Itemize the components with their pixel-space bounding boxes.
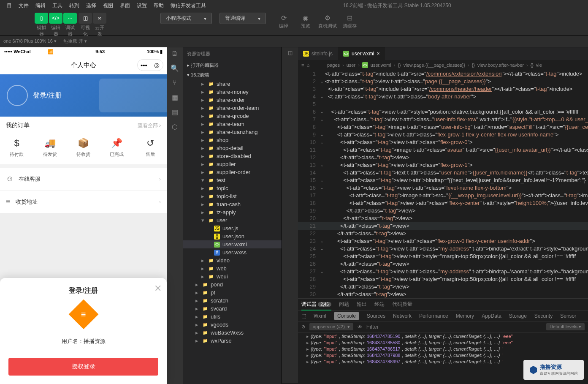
user-hero[interactable]: 登录/注册 [0, 74, 167, 117]
menu-item[interactable]: 转到 [66, 2, 83, 9]
menu-item[interactable]: 文件 [15, 2, 32, 9]
tree-item-tz-apply[interactable]: ▸📁tz-apply [183, 208, 282, 216]
git-icon[interactable]: ⑂ [173, 79, 177, 87]
row-address[interactable]: ≡ 收货地址› [0, 191, 167, 213]
tab-sources[interactable]: Sources [367, 313, 385, 319]
tree-item-topic-list[interactable]: ▸📁topic-list [183, 192, 282, 200]
debugger-toggle[interactable]: ⋯ [63, 13, 77, 24]
compile-select[interactable]: 普通编译▾ [219, 13, 266, 24]
menu-item[interactable]: 目 [3, 2, 15, 9]
tree-item-wuBaseWxss[interactable]: ▸📁wuBaseWxss [183, 329, 282, 337]
tree-item-share-money[interactable]: ▸📁share-money [183, 88, 282, 96]
more-icon[interactable]: ▤ [172, 108, 178, 116]
inspect-icon[interactable]: ⬚ [301, 313, 306, 319]
menu-item[interactable]: 界面 [117, 2, 133, 9]
editor-toggle[interactable]: </> [49, 13, 62, 24]
login-link[interactable]: 登录/注册 [33, 91, 62, 100]
tab-memory[interactable]: Memory [456, 313, 474, 319]
open-editors-section[interactable]: ▸ 打开的编辑器 [183, 60, 282, 70]
tree-item-weui[interactable]: ▸📁weui [183, 272, 282, 281]
breadcrumb[interactable]: ≡⌂ pages› user› <>user.wxml› {}view.page… [298, 60, 588, 70]
tree-item-web[interactable]: ▸📁web [183, 264, 282, 272]
more2-icon[interactable]: ⬡ [172, 123, 178, 131]
compile-button[interactable]: ⟳编译 [274, 13, 294, 29]
capsule-close-icon[interactable]: ◎ [150, 60, 163, 71]
tab-security[interactable]: Security [534, 313, 553, 319]
eye-icon[interactable]: 👁 [358, 324, 362, 330]
tree-item-user.wxml[interactable]: <>user.wxml [183, 240, 282, 248]
hot-reload-toggle[interactable]: 热重载 开 ▾ [63, 38, 87, 44]
project-section[interactable]: ▾ 16.2前端 [183, 70, 282, 80]
row-customer-service[interactable]: ☺ 在线客服› [0, 168, 167, 191]
menu-item[interactable]: 帮助 [150, 2, 167, 9]
tree-item-user.json[interactable]: {}user.json [183, 232, 282, 240]
clear-icon[interactable]: ⊘ [301, 324, 305, 330]
remote-debug-button[interactable]: ⚙真机调试 [317, 13, 338, 29]
tree-item-user[interactable]: ▾📁user [183, 216, 282, 224]
preview-button[interactable]: ◉预览 [295, 13, 316, 29]
tab-performance[interactable]: Performance [419, 313, 448, 319]
mode-select[interactable]: 小程序模式▾ [160, 13, 212, 24]
tab-console[interactable]: Console [334, 312, 359, 320]
order-completed[interactable]: 📌已完成 [100, 138, 133, 158]
tree-item-share-order-team[interactable]: ▸📁share-order-team [183, 104, 282, 112]
cloud-toggle[interactable]: ∞ [93, 13, 106, 24]
tab-siteinfo[interactable]: JSsiteinfo.js [298, 47, 338, 60]
tree-item-utils[interactable]: ▸📁utils [183, 313, 282, 321]
close-icon[interactable]: × [377, 51, 379, 57]
tree-item-svcard[interactable]: ▸📁svcard [183, 305, 282, 313]
tab-sensor[interactable]: Sensor [560, 313, 576, 319]
visual-toggle[interactable]: ◫ [79, 13, 92, 24]
clear-cache-button[interactable]: ⊟清缓存 [339, 13, 360, 29]
orders-more-link[interactable]: 查看全部 › [138, 122, 161, 129]
tree-item-video[interactable]: ▸📁video [183, 256, 282, 264]
order-pending-ship[interactable]: 🚚待发货 [33, 138, 67, 158]
tab-storage[interactable]: Storage [509, 313, 527, 319]
menu-item[interactable]: 选择 [83, 2, 100, 9]
tree-item-user.js[interactable]: JSuser.js [183, 224, 282, 232]
tree-item-tuan-cash[interactable]: ▸📁tuan-cash [183, 200, 282, 208]
menu-item[interactable]: 编辑 [32, 2, 49, 9]
tree-item-share[interactable]: ▸📁share [183, 80, 282, 88]
tab-debugger[interactable]: 调试器 2,45 [301, 301, 331, 310]
tree-item-shop-detail[interactable]: ▸📁shop-detail [183, 144, 282, 152]
split-icon[interactable]: ◫ [288, 50, 293, 56]
menu-item[interactable]: 视图 [100, 2, 117, 9]
tree-item-store-disabled[interactable]: ▸📁store-disabled [183, 152, 282, 160]
tab-problems[interactable]: 问题 [339, 301, 349, 308]
tab-terminal[interactable]: 终端 [374, 301, 385, 308]
simulator-toggle[interactable]: ▯ [35, 13, 48, 24]
tree-item-topic[interactable]: ▸📁topic [183, 184, 282, 192]
authorize-button[interactable]: 授权登录 [8, 358, 158, 376]
device-select[interactable]: one 6/7/8 Plus 100% 16 ▾ [3, 38, 57, 44]
tree-item-test[interactable]: ▾📁test [183, 176, 282, 184]
tree-item-pond[interactable]: ▸📁pond [183, 281, 282, 289]
tab-output[interactable]: 输出 [357, 301, 367, 308]
capsule-menu-icon[interactable]: ••• [138, 60, 150, 71]
file-tree[interactable]: ▸📁share▸📁share-money▸📁share-order▸📁share… [183, 80, 282, 384]
tree-item-share-tuanzhang[interactable]: ▸📁share-tuanzhang [183, 128, 282, 136]
tree-item-vgoods[interactable]: ▸📁vgoods [183, 321, 282, 329]
tree-item-wxParse[interactable]: ▸📁wxParse [183, 337, 282, 345]
code-editor[interactable]: 1<t-attr">class="t-tag">include t-attr">… [298, 70, 588, 298]
tab-user-wxml[interactable]: <>user.wxml × [338, 47, 385, 60]
files-icon[interactable]: 🗎 [171, 50, 178, 57]
tree-item-user.wxss[interactable]: #user.wxss [183, 248, 282, 256]
tree-item-scratch[interactable]: ▸📁scratch [183, 297, 282, 305]
search-icon[interactable]: 🔍 [171, 64, 179, 72]
tree-item-shop[interactable]: ▸📁shop [183, 136, 282, 144]
more-icon[interactable]: ⋯ [273, 51, 277, 57]
tree-item-pt[interactable]: ▸📁pt [183, 289, 282, 297]
order-pending-pay[interactable]: $待付款 [0, 138, 33, 158]
menu-item[interactable]: 微信开发者工具 [167, 2, 209, 9]
order-pending-receive[interactable]: 📦待收货 [67, 138, 100, 158]
tree-item-share-team[interactable]: ▸📁share-team [183, 120, 282, 128]
tab-network[interactable]: Network [393, 313, 412, 319]
tree-item-share-qrcode[interactable]: ▸📁share-qrcode [183, 112, 282, 120]
close-icon[interactable]: ✕ [154, 283, 162, 294]
levels-select[interactable]: Default levels ▾ [546, 323, 585, 330]
context-select[interactable]: appservice (#2) ▾ [309, 323, 353, 330]
tab-wxml[interactable]: Wxml [314, 313, 326, 319]
tree-item-supplier-order[interactable]: ▸📁supplier-order [183, 168, 282, 176]
extensions-icon[interactable]: ▦ [172, 93, 178, 101]
